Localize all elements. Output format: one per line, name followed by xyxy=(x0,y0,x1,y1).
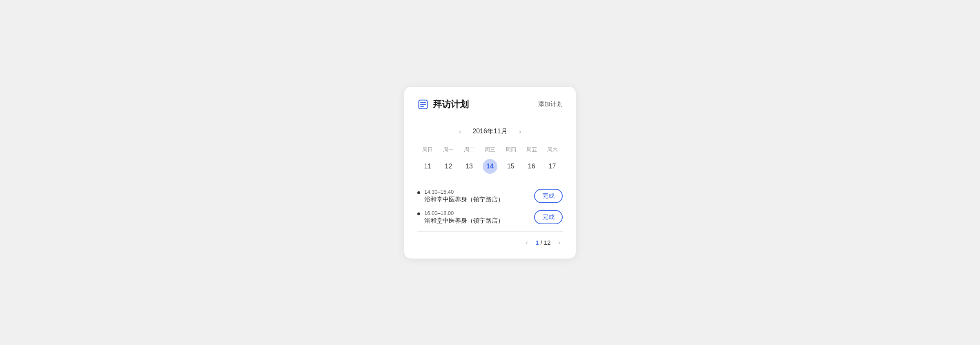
week-header-周日: 周日 xyxy=(417,144,438,155)
date-cell-13[interactable]: 13 xyxy=(462,159,477,174)
event-item-1: 16.00–18.00 浴和堂中医养身（镇宁路店） 完成 xyxy=(417,210,563,225)
total-pages: 12 xyxy=(544,239,551,246)
calendar-dates: 11121314151617 xyxy=(417,159,563,174)
event-dot-1 xyxy=(417,212,420,215)
prev-page-button[interactable]: ‹ xyxy=(523,238,530,247)
bottom-divider xyxy=(417,231,563,232)
add-plan-button[interactable]: 添加计划 xyxy=(538,100,563,108)
date-cell-16[interactable]: 16 xyxy=(524,159,539,174)
week-header-周三: 周三 xyxy=(480,144,501,155)
next-page-button[interactable]: › xyxy=(556,238,563,247)
date-cell-17[interactable]: 17 xyxy=(545,159,560,174)
pagination: ‹ 1 / 12 › xyxy=(417,238,563,247)
date-cell-11[interactable]: 11 xyxy=(420,159,435,174)
list-icon xyxy=(417,99,429,110)
event-time-0: 14.30–15.40 xyxy=(424,189,504,195)
card-header: 拜访计划 添加计划 xyxy=(417,98,563,111)
date-cell-14[interactable]: 14 xyxy=(483,159,497,174)
week-header-周四: 周四 xyxy=(500,144,521,155)
event-name-1: 浴和堂中医养身（镇宁路店） xyxy=(424,217,504,225)
month-navigation: ‹ 2016年11月 › xyxy=(417,126,563,137)
event-item-0: 14.30–15.40 浴和堂中医养身（镇宁路店） 完成 xyxy=(417,189,563,203)
card-title: 拜访计划 xyxy=(433,98,469,111)
date-cell-12[interactable]: 12 xyxy=(441,159,456,174)
week-header-周二: 周二 xyxy=(459,144,480,155)
event-left-1: 16.00–18.00 浴和堂中医养身（镇宁路店） xyxy=(417,210,504,225)
header-left: 拜访计划 xyxy=(417,98,469,111)
week-header-周五: 周五 xyxy=(521,144,542,155)
page-separator: / xyxy=(539,239,544,246)
event-info-1: 16.00–18.00 浴和堂中医养身（镇宁路店） xyxy=(424,210,504,225)
event-time-1: 16.00–18.00 xyxy=(424,210,504,216)
header-divider xyxy=(417,119,563,119)
week-header-周一: 周一 xyxy=(438,144,459,155)
events-divider xyxy=(417,182,563,182)
event-info-0: 14.30–15.40 浴和堂中医养身（镇宁路店） xyxy=(424,189,504,203)
next-month-button[interactable]: › xyxy=(516,126,524,137)
month-label: 2016年11月 xyxy=(472,127,507,136)
calendar-grid: 周日周一周二周三周四周五周六 11121314151617 xyxy=(417,144,563,174)
page-info: 1 / 12 xyxy=(535,239,551,246)
days-header: 周日周一周二周三周四周五周六 xyxy=(417,144,563,155)
events-list: 14.30–15.40 浴和堂中医养身（镇宁路店） 完成 16.00–18.00… xyxy=(417,189,563,225)
prev-month-button[interactable]: ‹ xyxy=(456,126,464,137)
event-name-0: 浴和堂中医养身（镇宁路店） xyxy=(424,196,504,203)
event-left-0: 14.30–15.40 浴和堂中医养身（镇宁路店） xyxy=(417,189,504,203)
date-cell-15[interactable]: 15 xyxy=(503,159,518,174)
visit-plan-card: 拜访计划 添加计划 ‹ 2016年11月 › 周日周一周二周三周四周五周六 11… xyxy=(404,87,576,259)
week-header-周六: 周六 xyxy=(542,144,563,155)
event-dot-0 xyxy=(417,191,420,194)
complete-button-1[interactable]: 完成 xyxy=(534,210,563,224)
complete-button-0[interactable]: 完成 xyxy=(534,189,563,203)
